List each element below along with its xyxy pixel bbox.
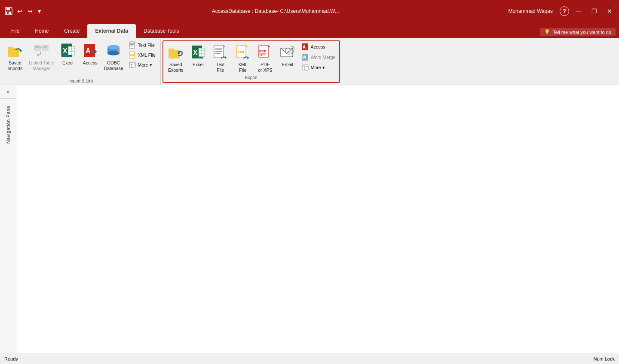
svg-rect-3 [7,12,9,14]
lightbulb-icon: 💡 [544,29,550,35]
word-merge-icon: W [301,53,309,61]
search-box[interactable]: 💡 Tell me what you want to do [540,28,616,36]
svg-text:XPS: XPS [259,54,265,57]
more-import-label: More ▾ [138,62,152,67]
more-import-button[interactable]: More ▾ [126,60,158,70]
svg-rect-1 [6,8,10,10]
title-bar-right: Muhammad Waqas ? — ❐ ✕ [508,5,616,17]
import-link-label: Import & Link [4,78,158,85]
quick-access-dropdown[interactable]: ▾ [36,7,43,15]
excel-export-button[interactable]: X Excel [187,42,209,69]
word-merge-button[interactable]: W Word Merge [299,52,338,62]
excel-import-label: Excel [62,60,74,66]
svg-text:XML: XML [237,50,246,54]
restore-button[interactable]: ❐ [588,5,600,17]
pdf-xps-export-button[interactable]: PDF XPS PDFor XPS [254,42,276,74]
export-group: SavedExports X [161,40,342,85]
access-import-button[interactable]: A Access [80,40,101,67]
help-button[interactable]: ? [560,6,569,16]
export-section-border: SavedExports X [162,40,340,83]
tab-create[interactable]: Create [56,24,87,38]
nav-pane-expand-button[interactable]: » [0,85,16,99]
import-small-buttons: Text File XML XML File [126,40,158,70]
word-merge-label: Word Merge [311,55,336,60]
more-export-label: More ▾ [311,65,325,70]
svg-text:X: X [193,49,198,56]
svg-marker-52 [247,56,249,59]
svg-rect-11 [43,46,47,47]
linked-table-manager-label: Linked TableManager [29,60,54,71]
saved-exports-label: SavedExports [168,62,184,73]
saved-exports-button[interactable]: SavedExports [165,42,187,74]
tab-database-tools[interactable]: Database Tools [136,24,187,38]
access-export-button[interactable]: A Access [299,42,338,52]
odbc-import-button[interactable]: ODBCDatabase [102,40,126,73]
saved-imports-label: SavedImports [7,60,22,71]
svg-rect-12 [43,47,47,48]
redo-btn[interactable]: ↪ [26,7,34,15]
undo-btn[interactable]: ↩ [15,7,24,15]
xml-file-import-button[interactable]: XML XML File [126,50,158,60]
excel-import-button[interactable]: X Excel [57,40,79,67]
more-export-button[interactable]: More ▾ [299,63,338,72]
window-title: AccessDatabase : Database- C:\Users\Muha… [45,8,506,14]
title-bar-left: ↩ ↪ ▾ [3,6,43,16]
svg-rect-26 [129,42,135,49]
svg-text:W: W [302,55,306,60]
svg-rect-5 [8,47,13,49]
excel-export-label: Excel [193,62,204,67]
ribbon: SavedImports [0,38,619,85]
svg-rect-8 [35,46,40,47]
ribbon-collapse-arrow[interactable]: ∧ [613,3,616,9]
save-icon[interactable] [3,6,14,16]
odbc-import-icon [105,42,122,59]
svg-marker-49 [225,56,227,59]
text-file-export-button[interactable]: TextFile [210,42,231,74]
more-export-icon [301,64,309,71]
text-file-export-label: TextFile [216,62,224,73]
export-items: SavedExports X [165,42,338,74]
access-import-icon: A [82,42,99,59]
svg-point-6 [20,50,22,52]
title-bar: ↩ ↪ ▾ AccessDatabase : Database- C:\User… [0,0,619,22]
status-numlock: Num Lock [593,356,615,361]
access-export-icon: A [301,43,309,51]
text-file-import-icon [129,41,136,49]
svg-point-24 [107,51,120,55]
navigation-pane: » Navigation Pane [0,85,16,353]
svg-text:XML: XML [130,54,136,57]
export-group-label: Export [165,74,338,81]
xml-file-export-button[interactable]: XML XMLFile [232,42,254,74]
email-export-label: Email [282,62,293,67]
access-import-label: Access [83,60,98,66]
minimize-button[interactable]: — [573,5,585,17]
saved-imports-icon [6,42,24,59]
svg-text:X: X [63,47,67,55]
content-area [16,85,619,353]
svg-text:A: A [86,47,91,55]
saved-exports-icon [167,44,184,61]
nav-pane-label: Navigation Pane [6,106,11,144]
svg-text:PDF: PDF [259,49,266,53]
status-ready: Ready [4,356,18,361]
svg-point-25 [107,45,120,49]
search-label: Tell me what you want to do [553,30,611,35]
xml-file-import-icon: XML [129,51,136,59]
tab-home[interactable]: Home [27,24,56,38]
email-export-button[interactable]: Email [277,42,298,69]
svg-rect-62 [302,65,308,70]
tab-file[interactable]: File [3,24,27,38]
text-file-export-icon [212,44,229,61]
linked-table-manager-button[interactable]: Linked TableManager [27,40,56,73]
text-file-import-button[interactable]: Text File [126,40,158,50]
main-area: » Navigation Pane [0,85,619,353]
export-small-buttons: A Access W Word Merge [299,42,338,72]
saved-imports-button[interactable]: SavedImports [4,40,26,73]
ribbon-tabs: File Home Create External Data Database … [0,22,619,38]
tab-external-data[interactable]: External Data [87,24,136,38]
access-export-label: Access [311,44,325,49]
svg-rect-36 [169,49,174,51]
pdf-xps-export-label: PDFor XPS [258,62,272,73]
import-link-items: SavedImports [4,40,158,78]
svg-rect-32 [129,62,135,67]
